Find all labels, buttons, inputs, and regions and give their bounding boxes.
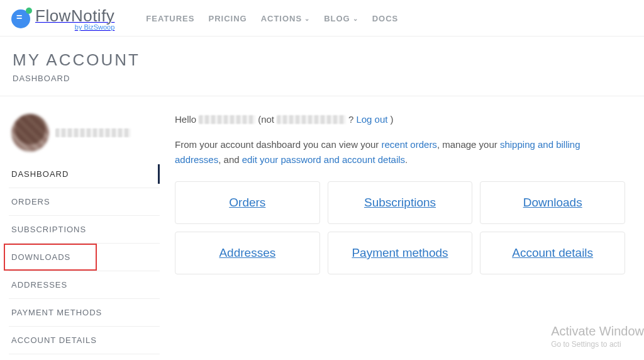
- avatar: [11, 114, 49, 152]
- dashboard-card-account-details[interactable]: Account details: [480, 232, 625, 274]
- watermark-line-2: Go to Settings to acti: [551, 340, 644, 349]
- nav-item-docs[interactable]: DOCS: [372, 14, 399, 23]
- sidebar-item-downloads[interactable]: DOWNLOADS: [9, 244, 160, 271]
- edit-account-link[interactable]: edit your password and account details: [242, 154, 405, 165]
- desc-part-4: .: [405, 154, 408, 165]
- nav-item-blog[interactable]: BLOG⌄: [324, 14, 358, 23]
- nav-label: BLOG: [324, 14, 350, 23]
- nav-label: FEATURES: [146, 14, 194, 23]
- logout-link[interactable]: Log out: [356, 114, 387, 125]
- page-title: MY ACCOUNT: [13, 50, 631, 70]
- chevron-down-icon: ⌄: [353, 15, 358, 22]
- hello-not-close: ?: [348, 114, 353, 125]
- nav-item-pricing[interactable]: PRICING: [208, 14, 247, 23]
- hello-not-open: (not: [258, 114, 274, 125]
- desc-part-3: , and: [218, 154, 242, 165]
- hello-end: ): [390, 114, 393, 125]
- username-redacted: [55, 128, 131, 137]
- chevron-down-icon: ⌄: [304, 15, 310, 22]
- main-layout: DASHBOARDORDERSSUBSCRIPTIONSDOWNLOADSADD…: [0, 96, 644, 360]
- top-bar: FlowNotify by BizSwoop FEATURESPRICINGAC…: [0, 0, 644, 37]
- desc-part-2: , manage your: [437, 139, 500, 150]
- nav-item-actions[interactable]: ACTIONS⌄: [261, 14, 311, 23]
- windows-activation-watermark: Activate Window Go to Settings to acti: [538, 324, 644, 349]
- nav-label: ACTIONS: [261, 14, 303, 23]
- dashboard-card-orders[interactable]: Orders: [175, 181, 320, 224]
- sidebar-item-account-details[interactable]: ACCOUNT DETAILS: [9, 327, 160, 354]
- sidebar-item-subscriptions[interactable]: SUBSCRIPTIONS: [9, 216, 160, 244]
- top-nav: FEATURESPRICINGACTIONS⌄BLOG⌄DOCS: [146, 14, 398, 23]
- recent-orders-link[interactable]: recent orders: [382, 139, 437, 150]
- breadcrumb: DASHBOARD: [13, 74, 631, 83]
- sidebar-item-logout[interactable]: LOGOUT: [9, 354, 160, 360]
- nav-label: DOCS: [372, 14, 399, 23]
- dashboard-card-subscriptions[interactable]: Subscriptions: [328, 181, 473, 224]
- dashboard-card-payment-methods[interactable]: Payment methods: [328, 232, 473, 274]
- logo-text: FlowNotify: [35, 6, 114, 25]
- logo-text-wrap: FlowNotify by BizSwoop: [35, 6, 114, 31]
- hello-name2-redacted: [277, 115, 346, 124]
- logo-icon: [11, 9, 30, 28]
- title-bar: MY ACCOUNT DASHBOARD: [0, 37, 644, 96]
- sidebar-item-orders[interactable]: ORDERS: [9, 188, 160, 216]
- sidebar-item-dashboard[interactable]: DASHBOARD: [9, 160, 160, 188]
- sidebar-item-payment-methods[interactable]: PAYMENT METHODS: [9, 299, 160, 327]
- sidebar-item-addresses[interactable]: ADDRESSES: [9, 271, 160, 299]
- dashboard-description: From your account dashboard you can view…: [175, 137, 625, 167]
- nav-item-features[interactable]: FEATURES: [146, 14, 194, 23]
- user-block: [9, 114, 160, 160]
- dashboard-cards: OrdersSubscriptionsDownloadsAddressesPay…: [175, 181, 625, 274]
- dashboard-card-downloads[interactable]: Downloads: [480, 181, 625, 224]
- hello-line: Hello (not ? Log out ): [175, 114, 625, 125]
- hello-name-redacted: [199, 115, 255, 124]
- dashboard-card-addresses[interactable]: Addresses: [175, 232, 320, 274]
- sidebar: DASHBOARDORDERSSUBSCRIPTIONSDOWNLOADSADD…: [9, 114, 160, 360]
- hello-prefix: Hello: [175, 114, 196, 125]
- logo-link[interactable]: FlowNotify by BizSwoop: [11, 6, 114, 31]
- nav-label: PRICING: [208, 14, 247, 23]
- content: Hello (not ? Log out ) From your account…: [175, 114, 635, 360]
- watermark-line-1: Activate Window: [551, 324, 644, 339]
- desc-part-1: From your account dashboard you can view…: [175, 139, 382, 150]
- highlight-annotation: [4, 244, 97, 271]
- sidebar-list: DASHBOARDORDERSSUBSCRIPTIONSDOWNLOADSADD…: [9, 160, 160, 360]
